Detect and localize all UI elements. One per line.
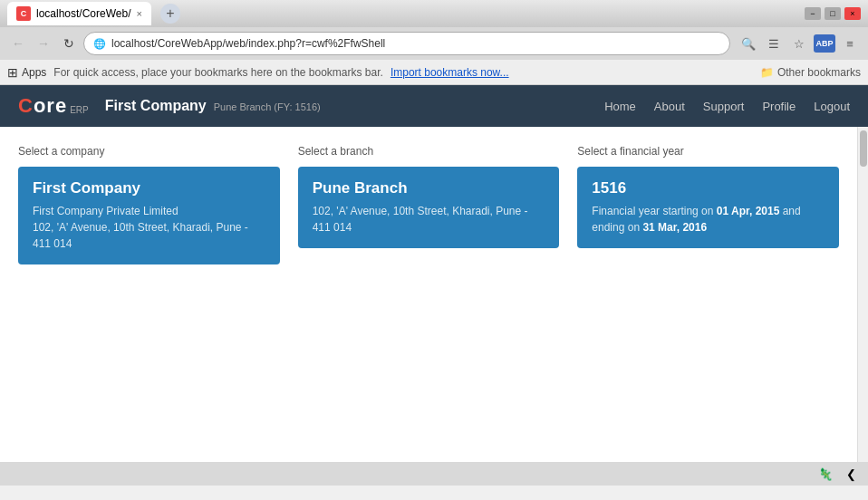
forward-btn[interactable]: → — [33, 33, 54, 54]
logo-c: C — [18, 94, 34, 117]
folder-icon: 📁 — [760, 66, 774, 79]
reader-btn[interactable]: ☰ — [763, 33, 785, 54]
page-icon: 🌐 — [93, 38, 106, 50]
scroll-thumb[interactable] — [860, 130, 867, 167]
main-content: Select a company First Company First Com… — [0, 127, 857, 462]
company-card-line2: 102, 'A' Avenue, 10th Street, Kharadi, P… — [33, 221, 248, 250]
branch-card-line2: 411 014 — [313, 221, 352, 234]
new-tab-btn[interactable]: + — [160, 4, 180, 24]
app-logo: Core ERP — [18, 94, 89, 118]
fy-card-subtitle: Financial year starting on 01 Apr, 2015 … — [592, 203, 825, 236]
fy-label: Select a financial year — [577, 145, 839, 158]
tab-favicon: C — [16, 6, 31, 21]
app-header: Core ERP First Company Pune Branch (FY: … — [0, 85, 868, 127]
nav-bar: ← → ↻ 🌐 localhost/CoreWebApp/web/index.p… — [0, 27, 868, 60]
close-btn[interactable]: × — [844, 7, 861, 20]
title-bar: C localhost/CoreWeb/ × + − □ × — [0, 0, 868, 27]
logo-text: Core — [18, 94, 67, 118]
nav-support[interactable]: Support — [703, 100, 745, 113]
fy-start-date: 01 Apr, 2015 — [717, 205, 780, 217]
bottom-icon-2[interactable]: ❮ — [841, 464, 861, 484]
branch-card-subtitle: 102, 'A' Avenue, 10th Street, Kharadi, P… — [313, 203, 545, 236]
logo-ore: ore — [34, 94, 67, 117]
company-info: First Company Pune Branch (FY: 1516) — [105, 98, 321, 114]
logo-erp: ERP — [70, 105, 89, 115]
bookmark-btn[interactable]: ☆ — [788, 33, 810, 54]
browser-tab[interactable]: C localhost/CoreWeb/ × — [7, 2, 151, 25]
refresh-btn[interactable]: ↻ — [58, 33, 80, 54]
header-company-name: First Company — [105, 98, 207, 114]
branch-card-line1: 102, 'A' Avenue, 10th Street, Kharadi, P… — [313, 205, 528, 217]
branch-label: Select a branch — [298, 145, 560, 158]
address-text: localhost/CoreWebApp/web/index.php?r=cwf… — [111, 37, 385, 50]
apps-grid-icon: ⊞ — [7, 65, 18, 80]
other-bookmarks[interactable]: 📁 Other bookmarks — [760, 66, 861, 79]
header-nav: Home About Support Profile Logout — [604, 100, 850, 113]
bottom-icon-1[interactable]: 🦎 — [815, 464, 835, 484]
header-branch-fy: Pune Branch (FY: 1516) — [214, 101, 321, 112]
fy-card-title: 1516 — [592, 179, 825, 197]
company-card-title: First Company — [33, 179, 265, 197]
back-btn[interactable]: ← — [7, 33, 29, 54]
nav-profile[interactable]: Profile — [762, 100, 796, 113]
company-card[interactable]: First Company First Company Private Limi… — [18, 167, 280, 264]
company-card-subtitle: First Company Private Limited 102, 'A' A… — [33, 203, 265, 252]
company-column: Select a company First Company First Com… — [18, 145, 280, 264]
branch-column: Select a branch Pune Branch 102, 'A' Ave… — [298, 145, 560, 264]
maximize-btn[interactable]: □ — [825, 7, 841, 20]
fy-text-pre: Financial year starting on — [592, 205, 716, 217]
bookmarks-text: For quick access, place your bookmarks h… — [53, 66, 383, 79]
nav-about[interactable]: About — [654, 100, 685, 113]
nav-logout[interactable]: Logout — [814, 100, 850, 113]
branch-card[interactable]: Pune Branch 102, 'A' Avenue, 10th Street… — [298, 167, 560, 248]
scrollbar[interactable] — [857, 127, 868, 462]
selection-section: Select a company First Company First Com… — [18, 145, 839, 264]
bookmarks-bar: ⊞ Apps For quick access, place your book… — [0, 60, 868, 85]
branch-card-title: Pune Branch — [313, 179, 545, 197]
tab-close-btn[interactable]: × — [137, 8, 142, 19]
company-label: Select a company — [18, 145, 280, 158]
nav-right-icons: 🔍 ☰ ☆ ABP ≡ — [738, 33, 861, 54]
address-bar[interactable]: 🌐 localhost/CoreWebApp/web/index.php?r=c… — [83, 32, 730, 55]
content-area: Select a company First Company First Com… — [0, 127, 868, 462]
browser-bottom: 🦎 ❮ — [0, 462, 868, 486]
other-bookmarks-label: Other bookmarks — [777, 66, 861, 79]
search-btn[interactable]: 🔍 — [738, 33, 759, 54]
import-link[interactable]: Import bookmarks now... — [391, 66, 509, 79]
company-card-line1: First Company Private Limited — [33, 205, 178, 217]
apps-label: Apps — [22, 66, 46, 79]
window-controls: − □ × — [805, 7, 861, 20]
adblock-btn[interactable]: ABP — [814, 34, 835, 53]
fy-end-date: 31 Mar, 2016 — [642, 221, 707, 234]
nav-home[interactable]: Home — [604, 100, 636, 113]
menu-btn[interactable]: ≡ — [839, 33, 861, 54]
apps-btn[interactable]: ⊞ Apps — [7, 65, 46, 80]
minimize-btn[interactable]: − — [805, 7, 821, 20]
fy-card[interactable]: 1516 Financial year starting on 01 Apr, … — [577, 167, 839, 248]
tab-title: localhost/CoreWeb/ — [36, 7, 131, 20]
fy-column: Select a financial year 1516 Financial y… — [577, 145, 839, 264]
